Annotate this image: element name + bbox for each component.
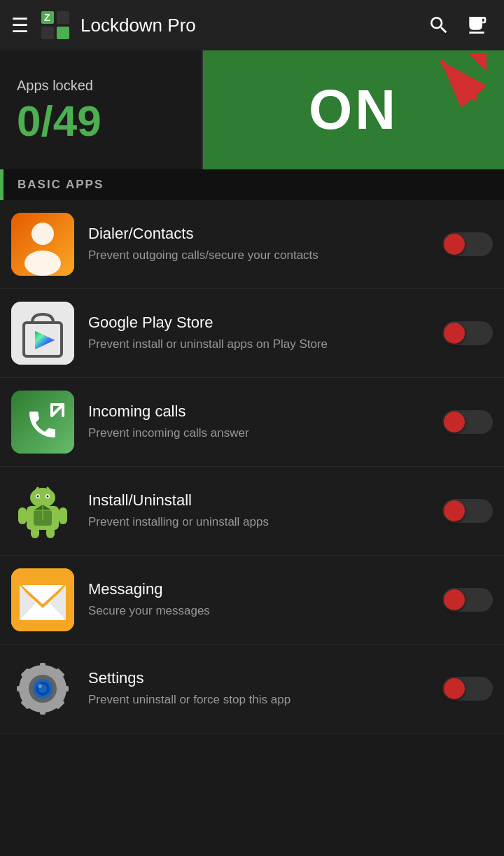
list-item: Settings Prevent uninstall or force stop… (0, 645, 504, 734)
list-item: Incoming calls Prevent incoming calls an… (0, 378, 504, 467)
svg-point-10 (31, 223, 54, 245)
svg-point-25 (47, 496, 49, 498)
playstore-icon (11, 302, 74, 365)
search-icon (428, 14, 450, 36)
search-button[interactable] (423, 9, 455, 41)
messaging-info: Messaging Secure your messages (88, 580, 431, 619)
settings-icon-wrapper (11, 657, 74, 720)
list-item: Google Play Store Prevent install or uni… (0, 289, 504, 378)
install-toggle-knob (444, 500, 465, 521)
apps-count: 0/49 (17, 99, 185, 143)
svg-rect-44 (59, 686, 69, 692)
settings-toggle-knob (444, 678, 465, 699)
messaging-toggle[interactable] (442, 588, 493, 612)
incoming-toggle-wrapper[interactable] (442, 410, 493, 434)
svg-point-53 (38, 684, 42, 688)
svg-point-24 (37, 496, 39, 498)
app-list: Dialer/Contacts Prevent outgoing calls/s… (0, 200, 504, 734)
list-item: Dialer/Contacts Prevent outgoing calls/s… (0, 200, 504, 289)
install-toggle-wrapper[interactable] (442, 499, 493, 523)
install-toggle[interactable] (442, 499, 493, 523)
section-header: BASIC APPS (0, 169, 504, 200)
svg-rect-43 (17, 686, 27, 692)
install-name: Install/Uninstall (88, 491, 431, 510)
svg-rect-41 (40, 663, 46, 673)
dialer-toggle[interactable] (442, 232, 493, 256)
on-status-text: ON (309, 78, 398, 142)
install-info: Install/Uninstall Prevent installing or … (88, 491, 431, 531)
settings-desc: Prevent uninstall or force stop this app (88, 692, 431, 708)
svg-line-7 (441, 61, 476, 99)
playstore-desc: Prevent install or uninstall apps on Pla… (88, 336, 431, 353)
svg-rect-2 (57, 11, 69, 24)
incoming-info: Incoming calls Prevent incoming calls an… (88, 402, 431, 442)
svg-rect-3 (41, 27, 54, 39)
incoming-name: Incoming calls (88, 402, 431, 421)
playstore-toggle[interactable] (442, 321, 493, 345)
dialer-toggle-wrapper[interactable] (442, 232, 493, 256)
messaging-name: Messaging (88, 580, 431, 598)
install-icon (11, 479, 74, 542)
svg-rect-16 (11, 391, 74, 454)
settings-toggle-wrapper[interactable] (442, 677, 493, 701)
dialer-toggle-knob (444, 234, 465, 255)
svg-rect-28 (18, 507, 27, 524)
playstore-toggle-wrapper[interactable] (442, 321, 493, 345)
list-item: Messaging Secure your messages (0, 556, 504, 645)
svg-rect-42 (40, 705, 46, 715)
svg-rect-4 (57, 27, 69, 39)
status-right[interactable]: ON (203, 50, 504, 169)
messaging-toggle-knob (444, 589, 465, 610)
settings-toggle[interactable] (442, 677, 493, 701)
svg-text:Z: Z (44, 12, 50, 23)
playstore-toggle-knob (444, 323, 465, 344)
playstore-name: Google Play Store (88, 314, 431, 332)
install-desc: Prevent installing or uninstall apps (88, 514, 431, 531)
dialer-info: Dialer/Contacts Prevent outgoing calls/s… (88, 225, 431, 264)
settings-info: Settings Prevent uninstall or force stop… (88, 669, 431, 708)
incoming-calls-icon (11, 391, 74, 454)
playstore-info: Google Play Store Prevent install or uni… (88, 314, 431, 353)
red-arrow-icon (434, 50, 490, 106)
status-left: Apps locked 0/49 (0, 50, 203, 169)
svg-marker-8 (469, 54, 486, 71)
svg-rect-29 (59, 507, 67, 524)
svg-rect-30 (31, 527, 39, 538)
incoming-toggle-knob (444, 412, 465, 433)
badge-icon-button[interactable] (461, 9, 493, 41)
dialer-desc: Prevent outgoing calls/secure your conta… (88, 247, 431, 264)
svg-rect-31 (46, 527, 55, 538)
incoming-toggle[interactable] (442, 410, 493, 434)
list-item: Install/Uninstall Prevent installing or … (0, 467, 504, 556)
dialer-name: Dialer/Contacts (88, 225, 431, 243)
top-bar: ☰ Z Lockdown Pro (0, 0, 504, 50)
settings-name: Settings (88, 669, 431, 687)
incoming-desc: Prevent incoming calls answer (88, 425, 431, 442)
status-area: Apps locked 0/49 ON (0, 50, 504, 169)
apps-locked-label: Apps locked (17, 78, 185, 94)
app-title: Lockdown Pro (80, 15, 417, 36)
badge-icon (465, 14, 488, 36)
svg-point-11 (24, 251, 61, 276)
section-title: BASIC APPS (18, 178, 104, 192)
dialer-icon (11, 213, 74, 276)
messaging-desc: Secure your messages (88, 603, 431, 619)
svg-point-21 (30, 488, 55, 507)
app-logo: Z (38, 8, 72, 42)
arrow-container (434, 50, 490, 109)
messaging-toggle-wrapper[interactable] (442, 588, 493, 612)
messaging-icon (11, 568, 74, 631)
menu-icon[interactable]: ☰ (11, 14, 29, 37)
